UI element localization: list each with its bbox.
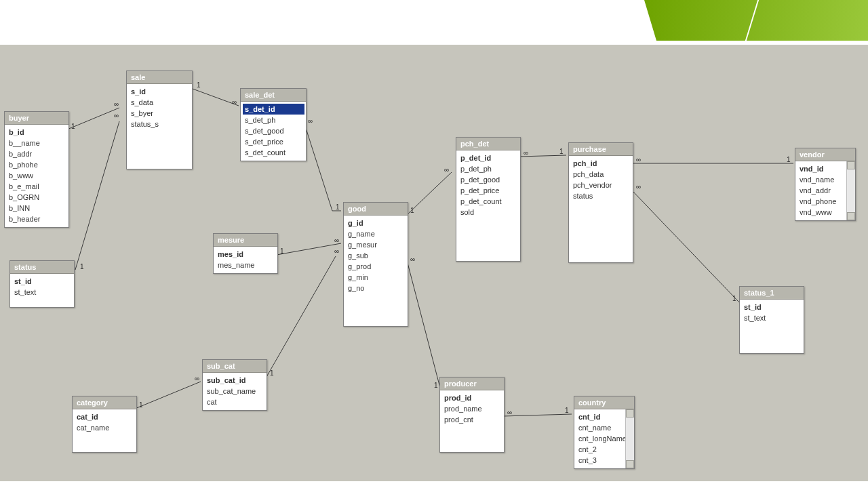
column: s_det_ph xyxy=(245,115,304,125)
column-pk: st_id xyxy=(14,276,73,287)
column-pk: s_id xyxy=(131,86,191,97)
scroll-up-icon[interactable] xyxy=(847,161,855,169)
column-pk: b_id xyxy=(9,127,67,138)
card-one: 1 xyxy=(732,296,736,302)
table-purchase[interactable]: purchase pch_id pch_data pch_vendor stat… xyxy=(568,142,633,263)
card-many-icon: ∞ xyxy=(308,118,313,125)
column: st_text xyxy=(744,312,802,323)
table-title: buyer xyxy=(5,112,68,125)
table-title: sale_det xyxy=(241,89,306,102)
column: b_addr xyxy=(9,148,67,159)
scroll-down-icon[interactable] xyxy=(626,460,634,468)
column: g_min xyxy=(348,272,406,283)
table-sale[interactable]: sale s_id s_data s_byer status_s xyxy=(126,70,193,169)
card-many-icon: ∞ xyxy=(195,375,199,382)
column: b_OGRN xyxy=(9,192,67,203)
table-buyer[interactable]: buyer b_id b__name b_addr b_phohe b_www … xyxy=(4,111,69,228)
table-good[interactable]: good g_id g_name g_mesur g_sub g_prod g_… xyxy=(343,202,408,327)
table-vendor[interactable]: vendor vnd_id vnd_name vnd_addr vnd_phon… xyxy=(795,148,856,221)
column: st_text xyxy=(14,287,73,298)
table-title: good xyxy=(344,203,408,216)
column: cat_name xyxy=(77,422,135,433)
table-sub-cat[interactable]: sub_cat sub_cat_id sub_cat_name cat xyxy=(202,359,267,411)
column: b__name xyxy=(9,138,67,148)
column-pk-selected: s_det_id xyxy=(243,104,304,115)
card-many-icon: ∞ xyxy=(524,150,528,157)
card-many-icon: ∞ xyxy=(114,101,119,108)
table-category[interactable]: category cat_id cat_name xyxy=(72,396,137,453)
column: pch_data xyxy=(573,169,631,180)
card-one: 1 xyxy=(71,123,75,130)
column-pk: vnd_id xyxy=(800,163,854,174)
column: p_det_price xyxy=(460,185,519,196)
column: g_prod xyxy=(348,261,406,272)
column-pk: sub_cat_id xyxy=(207,375,265,386)
table-pch-det[interactable]: pch_det p_det_id p_det_ph p_det_good p_d… xyxy=(456,137,521,262)
column: sub_cat_name xyxy=(207,386,265,396)
column: p_det_ph xyxy=(460,163,519,174)
column: b_www xyxy=(9,170,67,181)
table-title: sale xyxy=(127,71,192,84)
table-title: status xyxy=(10,261,74,274)
column: cnt_name xyxy=(578,422,633,433)
card-one: 1 xyxy=(197,82,201,89)
column-pk: cat_id xyxy=(77,411,135,422)
table-status[interactable]: status st_id st_text xyxy=(9,260,75,308)
table-title: producer xyxy=(440,378,504,390)
card-one: 1 xyxy=(434,382,438,389)
column: g_sub xyxy=(348,250,406,261)
table-title: vendor xyxy=(795,148,855,161)
column: b_INN xyxy=(9,203,67,214)
column: mes_name xyxy=(218,260,276,270)
card-many-icon: ∞ xyxy=(444,167,449,174)
card-one: 1 xyxy=(565,407,569,414)
column: status xyxy=(573,190,631,201)
column-pk: mes_id xyxy=(218,249,276,260)
column: sold xyxy=(460,207,519,218)
card-one: 1 xyxy=(280,248,284,255)
scrollbar[interactable] xyxy=(625,409,634,468)
card-one: 1 xyxy=(80,264,84,270)
card-many-icon: ∞ xyxy=(232,99,237,106)
column: p_det_count xyxy=(460,196,519,207)
card-many-icon: ∞ xyxy=(410,256,415,263)
diagram-canvas: 1 ∞ ∞ 1 1 ∞ ∞ 1 ∞ 1 ∞ 1 1 ∞ 1 ∞ ∞ 1 ∞ 1 … xyxy=(0,45,868,481)
table-mesure[interactable]: mesure mes_id mes_name xyxy=(213,233,278,274)
column: b_header xyxy=(9,214,67,224)
column: b_e_mail xyxy=(9,181,67,192)
column-pk: cnt_id xyxy=(578,411,633,422)
table-country[interactable]: country cnt_id cnt_name cnt_longName cnt… xyxy=(574,396,635,469)
scroll-down-icon[interactable] xyxy=(847,212,855,220)
column: cnt_3 xyxy=(578,455,633,466)
column: pch_vendor xyxy=(573,180,631,190)
column: g_mesur xyxy=(348,239,406,250)
column-pk: p_det_id xyxy=(460,152,519,163)
table-title: mesure xyxy=(214,234,277,247)
column: b_phohe xyxy=(9,159,67,170)
column: prod_cnt xyxy=(444,414,502,425)
column: cnt_longName xyxy=(578,433,633,444)
table-title: purchase xyxy=(569,143,633,156)
table-title: pch_det xyxy=(456,138,520,150)
column: s_det_good xyxy=(245,125,304,136)
scroll-up-icon[interactable] xyxy=(626,409,634,418)
table-title: status_1 xyxy=(740,287,804,300)
card-one: 1 xyxy=(787,157,791,163)
table-title: country xyxy=(574,396,634,409)
column: cat xyxy=(207,396,265,407)
table-status-1[interactable]: status_1 st_id st_text xyxy=(739,286,804,354)
card-one: 1 xyxy=(410,207,414,214)
column: p_det_good xyxy=(460,174,519,185)
column-pk: pch_id xyxy=(573,158,631,169)
card-many-icon: ∞ xyxy=(636,184,641,190)
column: vnd_addr xyxy=(800,185,854,196)
table-sale-det[interactable]: sale_det s_det_id s_det_ph s_det_good s_… xyxy=(240,88,307,161)
column: g_name xyxy=(348,228,406,239)
card-one: 1 xyxy=(270,370,274,377)
column: s_data xyxy=(131,97,191,108)
card-one: 1 xyxy=(559,148,564,155)
scrollbar[interactable] xyxy=(846,161,855,220)
column: vnd_name xyxy=(800,174,854,185)
table-producer[interactable]: producer prod_id prod_name prod_cnt xyxy=(439,377,505,453)
column: vnd_phone xyxy=(800,196,854,207)
